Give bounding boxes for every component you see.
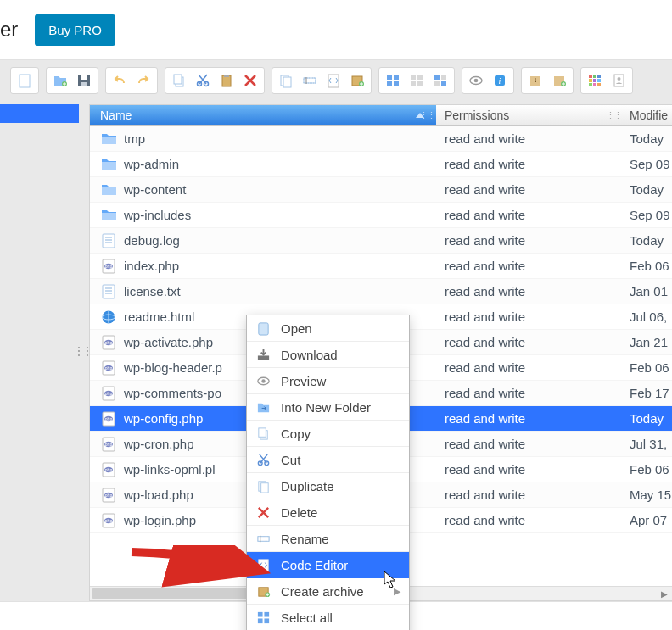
file-row[interactable]: debug.logread and writeToday: [90, 228, 672, 254]
column-modified[interactable]: Modifie: [624, 105, 672, 125]
menu-label: Cut: [281, 453, 300, 467]
toolbar-group: [46, 67, 98, 94]
buy-pro-button[interactable]: Buy PRO: [35, 14, 115, 46]
file-name: wp-blog-header.p: [124, 360, 222, 375]
file-row[interactable]: wp-includesread and writeSep 09: [90, 203, 672, 228]
file-row[interactable]: wp-adminread and writeSep 09: [90, 152, 672, 177]
toolbar-select-none-button[interactable]: [406, 70, 428, 91]
file-name: tmp: [124, 131, 145, 146]
toolbar-group: [105, 67, 158, 94]
menu-selall[interactable]: Select all: [247, 605, 409, 630]
menu-label: Open: [281, 321, 312, 336]
toolbar-invert-button[interactable]: [429, 70, 451, 91]
file-row[interactable]: license.txtread and writeJan 01: [90, 279, 672, 304]
menu-open[interactable]: Open: [247, 315, 409, 342]
column-name[interactable]: Name ⋮⋮: [90, 105, 436, 125]
file-row[interactable]: tmpread and writeToday: [90, 126, 672, 152]
menu-label: Create archive: [281, 584, 364, 599]
toolbar-upload-small-button[interactable]: [548, 70, 570, 91]
php-icon: [100, 335, 117, 350]
toolbar-archive-button[interactable]: [346, 70, 368, 91]
toolbar-delete-red-button[interactable]: [239, 70, 261, 91]
file-name: wp-includes: [124, 208, 191, 222]
toolbar-folder-add-button[interactable]: [49, 70, 71, 91]
toolbar-dup-button[interactable]: [275, 70, 297, 91]
menu-label: Preview: [281, 374, 326, 388]
delete-icon: [255, 505, 271, 520]
menu-copy[interactable]: Copy: [247, 421, 409, 447]
file-permissions: read and write: [436, 360, 624, 375]
toolbar-apps-button[interactable]: [584, 70, 606, 91]
preview-icon: [255, 373, 271, 388]
cut-icon: [255, 452, 271, 467]
menu-label: Into New Folder: [281, 400, 371, 415]
menu-label: Duplicate: [281, 479, 334, 493]
php-icon: [100, 411, 117, 427]
download-icon: [255, 347, 271, 362]
file-modified: Feb 06: [624, 360, 672, 375]
folder-icon: [100, 208, 117, 223]
toolbar-copy-button[interactable]: [168, 70, 190, 91]
toolbar-cut-button[interactable]: [192, 70, 214, 91]
menu-label: Copy: [281, 427, 311, 441]
file-modified: Today: [624, 182, 672, 197]
toolbar-undo-button[interactable]: [109, 70, 131, 91]
file-name: wp-links-opml.pl: [124, 462, 216, 477]
toolbar-code-button[interactable]: [322, 70, 344, 91]
toolbar-save-button[interactable]: [73, 70, 95, 91]
main: ⋮⋮ Name ⋮⋮ Permissions ⋮⋮ Modifie tmprea…: [0, 101, 672, 601]
file-name: index.php: [124, 259, 179, 273]
toolbar-info-blue-button[interactable]: [489, 70, 511, 91]
file-permissions: read and write: [436, 309, 624, 324]
php-icon: [100, 513, 117, 528]
file-name: wp-cron.php: [124, 437, 194, 451]
file-modified: Feb 17: [624, 386, 672, 400]
column-permissions-label: Permissions: [445, 109, 509, 122]
menu-code[interactable]: Code Editor: [247, 552, 409, 578]
code-icon: [255, 557, 271, 572]
menu-archive[interactable]: Create archive▶: [247, 578, 409, 605]
file-row[interactable]: index.phpread and writeFeb 06: [90, 254, 672, 279]
toolbar-preview-button[interactable]: [465, 70, 487, 91]
sidebar: ⋮⋮: [0, 101, 89, 601]
toolbar-download-small-button[interactable]: [524, 70, 546, 91]
file-modified: Jan 21: [624, 335, 672, 349]
file-permissions: read and write: [436, 208, 624, 222]
toolbar-select-all-button[interactable]: [382, 70, 404, 91]
toolbar-addressbook-button[interactable]: [608, 70, 630, 91]
menu-into[interactable]: Into New Folder: [247, 394, 409, 421]
html-icon: [100, 309, 117, 325]
file-name: wp-admin: [124, 157, 179, 171]
scroll-right-icon[interactable]: ▶: [658, 588, 670, 599]
resize-handle[interactable]: ⋮⋮: [419, 110, 434, 121]
file-row[interactable]: wp-contentread and writeToday: [90, 177, 672, 203]
dup-icon: [255, 478, 271, 493]
toolbar-paste-button[interactable]: [216, 70, 238, 91]
file-modified: Jul 06,: [624, 309, 672, 324]
toolbar-rename-button[interactable]: [299, 70, 321, 91]
file-permissions: read and write: [436, 513, 624, 527]
sidebar-selection[interactable]: [0, 104, 79, 123]
submenu-indicator-icon: ▶: [394, 586, 400, 597]
resize-handle[interactable]: ⋮⋮: [606, 110, 621, 121]
toolbar-group: [462, 67, 514, 94]
toolbar-file-blank-button[interactable]: [14, 70, 36, 91]
menu-preview[interactable]: Preview: [247, 368, 409, 394]
menu-rename[interactable]: Rename: [247, 526, 409, 552]
toolbar-redo-button[interactable]: [132, 70, 154, 91]
file-permissions: read and write: [436, 157, 624, 171]
file-modified: Jan 01: [624, 284, 672, 298]
menu-label: Rename: [281, 532, 329, 546]
rename-icon: [255, 531, 271, 546]
menu-cut[interactable]: Cut: [247, 447, 409, 473]
menu-dup[interactable]: Duplicate: [247, 473, 409, 499]
txt-icon: [100, 284, 117, 299]
file-modified: Sep 09: [624, 157, 672, 171]
file-modified: Feb 06: [624, 259, 672, 273]
splitter[interactable]: ⋮⋮: [75, 101, 89, 601]
file-name: license.txt: [124, 284, 181, 298]
menu-download[interactable]: Download: [247, 342, 409, 368]
column-permissions[interactable]: Permissions ⋮⋮: [436, 105, 624, 125]
menu-delete[interactable]: Delete: [247, 499, 409, 526]
archive-icon: [255, 583, 271, 599]
